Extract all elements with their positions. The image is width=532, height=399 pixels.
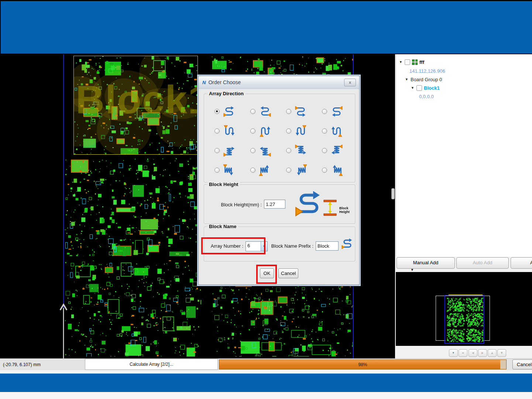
order-choose-dialog: N Order Choose x Array Direction Block H… [198, 76, 360, 285]
radio-snake-right-start-bottom-left[interactable] [214, 109, 220, 114]
array-direction-group: Array Direction [204, 94, 355, 182]
top-banner [0, 0, 532, 54]
pan-up-button[interactable]: ▲ [488, 349, 497, 357]
tree-item-root[interactable]: ▼ fff [399, 58, 424, 66]
block-height-label: Block Height [207, 182, 240, 187]
tree-block-coords: 0,0,0.0 [419, 93, 434, 100]
tree-item-board-group[interactable]: ▼ Board Group 0 [405, 76, 442, 83]
pan-right-button[interactable]: ► [478, 349, 487, 357]
chevron-down-icon[interactable]: ▼ [261, 242, 267, 251]
radio-zigzag-up-start-bottom-right[interactable] [286, 168, 291, 173]
block-height-input[interactable] [264, 200, 285, 209]
direction-option-zigzag-right-start-top-left[interactable] [280, 141, 316, 160]
array-number-value: 6 [246, 242, 261, 251]
close-icon[interactable]: x [344, 79, 356, 86]
zoom-out-button[interactable]: − [459, 349, 467, 357]
application-window: Block1 ▼ fff 141.112,126.906 ▼ Board Gro… [0, 0, 532, 399]
radio-snake-right-start-top-left[interactable] [286, 109, 291, 114]
block-height-group: Block Height Block Height(mm) : Block He… [204, 185, 355, 224]
zoom-in-button[interactable]: + [449, 349, 458, 357]
pan-left-button[interactable]: ◄ [468, 349, 477, 357]
direction-option-snake-up-start-bottom-left[interactable] [209, 121, 244, 141]
tree-root-label: fff [419, 59, 424, 65]
radio-zigzag-right-start-bottom-left[interactable] [214, 148, 220, 153]
direction-option-zigzag-down-start-top-left[interactable] [244, 160, 280, 180]
radio-zigzag-down-start-top-left[interactable] [250, 168, 255, 173]
panel-tree: ▼ fff 141.112,126.906 ▼ Board Group 0 ▼ … [396, 54, 532, 257]
prefix-label: Block Name Prefix : [270, 243, 313, 249]
radio-snake-down-start-top-right[interactable] [322, 128, 327, 134]
bottom-strip [0, 392, 532, 399]
direction-option-zigzag-up-start-bottom-right[interactable] [280, 160, 316, 180]
minimap-blocks [446, 296, 483, 342]
direction-option-zigzag-down-start-top-right[interactable] [316, 160, 352, 180]
dialog-titlebar[interactable]: N Order Choose [199, 76, 359, 89]
checkbox-root[interactable] [405, 59, 410, 65]
sidebar: ▼ fff 141.112,126.906 ▼ Board Group 0 ▼ … [395, 54, 532, 358]
chevron-down-icon[interactable]: ▼ [411, 268, 414, 272]
radio-zigzag-up-start-bottom-left[interactable] [214, 168, 220, 173]
tree-root-coords: 141.112,126.906 [409, 67, 445, 75]
cancel-button[interactable]: Cancel [278, 268, 298, 278]
panel-grid-icon [412, 59, 418, 65]
radio-snake-left-start-top-right[interactable] [322, 109, 327, 114]
direction-option-snake-left-start-top-right[interactable] [316, 102, 352, 121]
cursor-coordinates: (-20.79, 6.107) mm [0, 359, 85, 371]
array-direction-grid [209, 102, 352, 180]
array-number-label: Array Number : [207, 243, 243, 249]
radio-zigzag-left-start-top-right[interactable] [322, 148, 327, 153]
radio-snake-up-start-bottom-left[interactable] [214, 128, 220, 134]
status-bar: (-20.79, 6.107) mm Calculate Array [2/2]… [0, 358, 532, 371]
tree-block-label: Block1 [424, 85, 440, 91]
ok-button[interactable]: OK [260, 268, 274, 278]
chevron-down-icon[interactable]: ▼ [399, 60, 403, 64]
direction-option-zigzag-right-start-bottom-left[interactable] [209, 141, 244, 160]
direction-option-zigzag-left-start-top-right[interactable] [316, 141, 352, 160]
direction-option-zigzag-up-start-bottom-left[interactable] [209, 160, 244, 180]
manual-add-button[interactable]: Manual Add [397, 257, 455, 269]
checkbox-block1[interactable] [416, 85, 422, 91]
app-icon: N [202, 80, 206, 85]
apply-button[interactable]: Ap [511, 257, 532, 269]
radio-zigzag-down-start-top-right[interactable] [322, 168, 327, 173]
up-arrow-marker [58, 300, 69, 358]
block-name-label: Block Name [207, 224, 238, 229]
array-number-dropdown[interactable]: 6 ▼ [246, 241, 268, 251]
serpentine-diagram-icon [292, 189, 326, 219]
dialog-title: Order Choose [208, 79, 241, 85]
auto-add-button[interactable]: Auto Add [456, 257, 509, 269]
pcb-board [65, 158, 201, 256]
radio-zigzag-left-start-bottom-right[interactable] [250, 148, 255, 153]
direction-option-snake-right-start-top-left[interactable] [280, 102, 316, 121]
block-height-ibeam-icon [322, 199, 339, 217]
direction-option-snake-down-start-top-right[interactable] [316, 121, 352, 141]
direction-option-snake-right-start-bottom-left[interactable] [209, 102, 244, 121]
block-height-field-label: Block Height(mm) : [214, 202, 262, 207]
pan-down-button[interactable]: ▼ [497, 349, 506, 357]
progress-percent: 98% [219, 360, 506, 369]
direction-option-snake-down-start-top-left[interactable] [244, 121, 280, 141]
block-name-group: Block Name Array Number : 6 ▼ Block Name… [204, 227, 355, 261]
progress-bar: 98% [219, 360, 507, 369]
radio-zigzag-right-start-top-left[interactable] [286, 148, 291, 153]
tree-item-block1[interactable]: ▼ Block1 [411, 84, 440, 92]
radio-snake-down-start-top-left[interactable] [250, 128, 255, 134]
radio-snake-up-start-bottom-right[interactable] [286, 128, 291, 134]
diagram-caption: Block Height [339, 206, 355, 214]
serpentine-small-icon [341, 237, 353, 251]
direction-option-snake-up-start-bottom-right[interactable] [280, 121, 316, 141]
overview-minimap[interactable] [396, 272, 532, 346]
prefix-input[interactable] [316, 241, 339, 251]
pcb-board [65, 260, 201, 357]
cancel-task-button[interactable]: Cancel [512, 360, 532, 369]
chevron-down-icon[interactable]: ▼ [411, 86, 415, 90]
task-status: Calculate Array [2/2]... [85, 359, 218, 370]
tree-group-label: Board Group 0 [411, 77, 442, 82]
direction-option-zigzag-left-start-bottom-right[interactable] [244, 141, 280, 160]
direction-option-snake-left-start-bottom-right[interactable] [244, 102, 280, 121]
chevron-down-icon[interactable]: ▼ [405, 78, 409, 81]
splitter-handle[interactable] [391, 188, 395, 199]
taskbar [0, 374, 532, 392]
radio-snake-left-start-bottom-right[interactable] [250, 109, 255, 114]
array-direction-label: Array Direction [207, 91, 246, 96]
